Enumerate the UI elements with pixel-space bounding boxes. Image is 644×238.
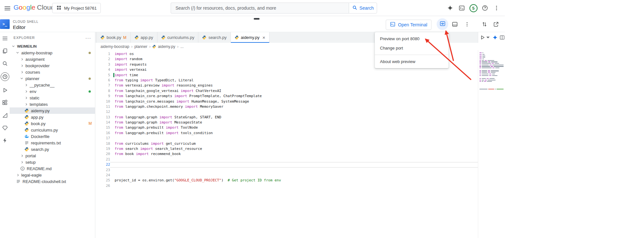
code-line[interactable]: from vertexai.preview import reasoning_e… xyxy=(115,83,478,88)
tree-item-book-py[interactable]: book.pyM xyxy=(10,120,95,127)
code-line[interactable]: from langgraph.prebuilt import ToolNode xyxy=(115,125,478,130)
menu-item-preview-on-port-8080[interactable]: Preview on port 8080 xyxy=(375,34,449,43)
tree-item-bookprovider[interactable]: bookprovider xyxy=(10,62,95,69)
code-line[interactable]: from langgraph.prebuilt import tools_con… xyxy=(115,131,478,136)
tree-item-dockerfile[interactable]: Dockerfile xyxy=(10,133,95,140)
explorer-more-icon[interactable]: ··· xyxy=(85,35,91,41)
main-menu-icon[interactable] xyxy=(5,5,10,11)
python-file-icon xyxy=(161,35,166,40)
tree-item-app-py[interactable]: app.py xyxy=(10,114,95,120)
code-line[interactable] xyxy=(115,109,478,114)
python-file-icon xyxy=(100,35,105,40)
code-line[interactable]: import time xyxy=(115,73,478,78)
tree-item-setup[interactable]: setup xyxy=(10,159,95,165)
tab-app-py[interactable]: app.py xyxy=(131,32,157,43)
ruler-icon[interactable] xyxy=(1,112,8,119)
code-content[interactable]: import osimport randomimport requestsimp… xyxy=(115,51,478,188)
tree-item-static[interactable]: static xyxy=(10,95,95,101)
text-file-icon xyxy=(16,179,21,184)
tab-search-py[interactable]: search.py xyxy=(198,32,231,43)
files-icon[interactable] xyxy=(1,47,8,54)
code-line[interactable] xyxy=(115,136,478,141)
tree-item-assigment[interactable]: assigment xyxy=(10,56,95,62)
tree-item-planner[interactable]: planner xyxy=(10,75,95,82)
tree-item--pycache-[interactable]: __pycache__ xyxy=(10,82,95,88)
tree-item-aidemy-boostrap[interactable]: aidemy-boostrap xyxy=(10,50,95,56)
panel-drag-handle[interactable] xyxy=(254,18,260,20)
code-line[interactable]: from langchain_core.messages import Huma… xyxy=(115,99,478,104)
extensions-icon[interactable] xyxy=(1,99,8,106)
tree-item-readme-md[interactable]: README.md xyxy=(10,165,95,172)
more-vert-icon[interactable] xyxy=(463,20,471,28)
code-editor[interactable]: 1234567891011121314151617181920212223242… xyxy=(95,50,505,238)
gem-icon[interactable] xyxy=(1,124,8,131)
code-line[interactable]: from langgraph.graph import StateGraph, … xyxy=(115,115,478,120)
close-tab-icon[interactable]: × xyxy=(262,35,265,40)
tree-item-readme-cloudshell-txt[interactable]: README-cloudshell.txt xyxy=(10,178,95,185)
tree-item-weimeilin[interactable]: WEIMEILIN xyxy=(10,43,95,50)
credits-badge[interactable]: 5 xyxy=(468,2,479,14)
tab-curriculums-py[interactable]: curriculums.py xyxy=(157,32,199,43)
run-file-button[interactable] xyxy=(480,35,491,40)
tree-item-label: env xyxy=(30,89,36,94)
search-input[interactable] xyxy=(171,3,349,14)
code-line[interactable]: from curriculums import get_curriculum xyxy=(115,141,478,146)
tree-item-requirements-txt[interactable]: requirements.txt xyxy=(10,140,95,146)
tab-book-py[interactable]: book.pyM xyxy=(96,32,131,43)
tab-aidemy-py[interactable]: aidemy.py× xyxy=(231,32,270,43)
tree-item-env[interactable]: env xyxy=(10,88,95,95)
project-selector[interactable]: My Project 58761 xyxy=(52,3,101,13)
help-icon[interactable] xyxy=(479,2,491,14)
window-panel-icon[interactable] xyxy=(451,20,459,28)
menu-icon[interactable] xyxy=(1,35,8,42)
code-line[interactable]: from typing import TypedDict, Literal xyxy=(115,78,478,83)
menu-item-change-port[interactable]: Change port xyxy=(375,43,449,53)
tree-item-label: WEIMEILIN xyxy=(17,44,37,48)
breadcrumb-item[interactable]: aidemy.py xyxy=(152,44,175,49)
code-line[interactable]: from langgraph.graph import MessagesStat… xyxy=(115,120,478,125)
tree-item-courses[interactable]: courses xyxy=(10,69,95,75)
code-line[interactable]: from book import recommend_book xyxy=(115,151,478,157)
code-line[interactable]: from langgraph.checkpoint.memory import … xyxy=(115,104,478,109)
code-line[interactable]: from search import search_latest_resourc… xyxy=(115,146,478,151)
terminal-prompt-icon xyxy=(390,22,395,28)
code-line[interactable] xyxy=(115,173,478,178)
tree-item-label: aidemy.py xyxy=(31,108,50,113)
tree-item-label: Dockerfile xyxy=(31,134,50,139)
text-cursor xyxy=(113,73,114,77)
tree-item-curriculums-py[interactable]: curriculums.py xyxy=(10,127,95,133)
tree-item-aidemy-py[interactable]: aidemy.py xyxy=(10,107,95,114)
breadcrumb-item[interactable]: planner xyxy=(134,44,147,49)
tree-item-templates[interactable]: templates xyxy=(10,101,95,107)
flash-icon[interactable] xyxy=(1,137,8,144)
more-options-icon[interactable] xyxy=(491,2,502,14)
web-preview-button[interactable] xyxy=(437,18,448,30)
gemini-code-assist-icon[interactable] xyxy=(492,35,498,40)
google-cloud-logo[interactable]: Google Cloud xyxy=(14,4,55,11)
code-line[interactable] xyxy=(115,183,478,188)
code-line[interactable]: from langchain_google_vertexai import Ch… xyxy=(115,88,478,94)
code-line[interactable]: project_id = os.environ.get("GOOGLE_CLOU… xyxy=(115,178,478,183)
history-icon[interactable] xyxy=(1,72,9,81)
swap-vertical-icon[interactable] xyxy=(480,20,488,28)
breadcrumb-item[interactable]: ... xyxy=(180,44,184,49)
search-icon[interactable] xyxy=(1,60,8,67)
menu-item-about-web-preview[interactable]: About web preview xyxy=(375,57,449,66)
tree-item-search-py[interactable]: search.py xyxy=(10,146,95,152)
gemini-sparkle-icon[interactable] xyxy=(444,2,456,14)
open-terminal-button[interactable]: Open Terminal xyxy=(386,20,431,30)
run-icon[interactable] xyxy=(1,87,8,94)
code-line[interactable]: from langchain_core.prompts import Promp… xyxy=(115,94,478,99)
tree-item-legal-eagle[interactable]: legal-eagle xyxy=(10,172,95,178)
tree-item-portal[interactable]: portal xyxy=(10,152,95,159)
code-line[interactable] xyxy=(115,168,478,173)
code-line[interactable] xyxy=(115,157,478,162)
tree-item-label: planner xyxy=(25,76,39,81)
breadcrumb-item[interactable]: aidemy-boostrap xyxy=(100,44,129,49)
open-in-new-icon[interactable] xyxy=(492,20,500,28)
console-search: Search xyxy=(171,3,377,14)
search-button[interactable]: Search xyxy=(349,3,377,14)
minimap[interactable] xyxy=(478,50,505,238)
terminal-icon[interactable] xyxy=(456,2,468,14)
split-editor-icon[interactable] xyxy=(499,35,505,40)
